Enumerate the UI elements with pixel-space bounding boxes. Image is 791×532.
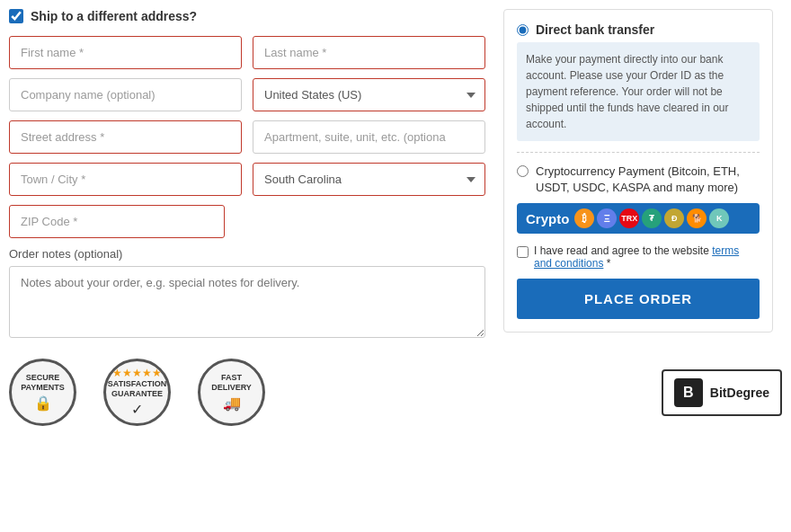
crypto-banner-text: Crypto	[526, 211, 569, 226]
zip-row	[9, 205, 485, 238]
satisfaction-guarantee-badge: ★★★★★ SATISFACTIONGUARANTEE ✓	[103, 359, 171, 426]
crypto-banner[interactable]: Crypto ₿ Ξ TRX ₮ Ð 🐕 K	[517, 203, 760, 234]
secure-payments-icon: 🔒	[34, 395, 52, 412]
zip-code-input[interactable]	[9, 205, 225, 238]
tron-icon: TRX	[619, 208, 639, 228]
last-name-input[interactable]	[253, 36, 485, 69]
company-country-row: United States (US)	[9, 78, 485, 111]
bitcoin-icon: ₿	[574, 208, 594, 228]
street-address-input[interactable]	[9, 120, 242, 154]
shib-icon: 🐕	[687, 208, 707, 228]
crypto-option: Cryptocurrency Payment (Bitcoin, ETH, US…	[517, 164, 760, 234]
terms-text: I have read and agree to the website ter…	[534, 244, 760, 270]
fast-delivery-circle: FASTDelivery 🚚	[198, 359, 265, 426]
direct-bank-label: Direct bank transfer	[536, 22, 654, 37]
company-name-field	[9, 78, 242, 111]
bitdegree-logo-text: BitDegree	[710, 386, 769, 400]
fast-delivery-badge: FASTDelivery 🚚	[198, 359, 265, 426]
secure-payments-title: SECUREPayments	[21, 373, 65, 393]
order-notes-section: Order notes (optional)	[9, 247, 485, 341]
town-city-input[interactable]	[9, 163, 242, 196]
kaspa-icon: K	[709, 208, 729, 228]
usdt-icon: ₮	[642, 208, 662, 228]
first-name-input[interactable]	[9, 36, 242, 69]
payment-divider	[517, 152, 760, 153]
satisfaction-title: SATISFACTIONGUARANTEE	[108, 379, 166, 399]
bitdegree-logo: B BitDegree	[662, 369, 782, 416]
ethereum-icon: Ξ	[597, 208, 617, 228]
direct-bank-option: Direct bank transfer Make your payment d…	[517, 22, 760, 141]
ship-different-address-checkbox[interactable]	[9, 9, 23, 23]
direct-bank-header: Direct bank transfer	[517, 22, 760, 37]
fast-delivery-title: FASTDelivery	[211, 373, 252, 393]
country-field: United States (US)	[253, 78, 485, 111]
satisfaction-guarantee-circle: ★★★★★ SATISFACTIONGUARANTEE ✓	[103, 359, 171, 426]
shipping-form: Ship to a different address? United Stat…	[9, 9, 485, 341]
terms-required: *	[607, 257, 611, 270]
crypto-header: Cryptocurrency Payment (Bitcoin, ETH, US…	[517, 164, 760, 196]
last-name-field	[253, 36, 485, 69]
secure-payments-badge: SECUREPayments 🔒	[9, 359, 76, 426]
crypto-label: Cryptocurrency Payment (Bitcoin, ETH, US…	[536, 164, 760, 196]
city-state-row: South Carolina	[9, 163, 485, 196]
secure-payments-circle: SECUREPayments 🔒	[9, 359, 76, 426]
state-select[interactable]: South Carolina	[253, 163, 485, 196]
town-city-field	[9, 163, 242, 196]
payment-panel: Direct bank transfer Make your payment d…	[503, 9, 773, 332]
street-apartment-row	[9, 120, 485, 154]
order-notes-label: Order notes (optional)	[9, 247, 485, 261]
apartment-input[interactable]	[253, 120, 485, 154]
payment-box: Direct bank transfer Make your payment d…	[503, 9, 773, 332]
bitdegree-logo-icon: B	[674, 378, 703, 407]
country-select[interactable]: United States (US)	[253, 78, 485, 111]
street-address-field	[9, 120, 242, 154]
zip-code-field	[9, 205, 225, 238]
first-name-field	[9, 36, 242, 69]
place-order-button[interactable]: PLACE ORDER	[517, 279, 760, 319]
terms-row: I have read and agree to the website ter…	[517, 244, 760, 270]
direct-bank-description: Make your payment directly into our bank…	[517, 42, 760, 141]
delivery-truck-icon: 🚚	[223, 395, 241, 412]
direct-bank-radio[interactable]	[517, 24, 529, 36]
checkmark-icon: ✓	[131, 401, 143, 418]
crypto-coin-icons: ₿ Ξ TRX ₮ Ð 🐕 K	[574, 208, 729, 228]
name-row	[9, 36, 485, 69]
stars-icon: ★★★★★	[112, 367, 162, 379]
apartment-field	[253, 120, 485, 154]
footer-badges: SECUREPayments 🔒 ★★★★★ SATISFACTIONGUARA…	[0, 341, 791, 435]
ship-different-address-label: Ship to a different address?	[31, 9, 197, 23]
company-name-input[interactable]	[9, 78, 242, 111]
state-field: South Carolina	[253, 163, 485, 196]
crypto-radio[interactable]	[517, 165, 529, 177]
terms-checkbox[interactable]	[517, 246, 529, 258]
doge-icon: Ð	[664, 208, 684, 228]
order-notes-textarea[interactable]	[9, 266, 485, 338]
